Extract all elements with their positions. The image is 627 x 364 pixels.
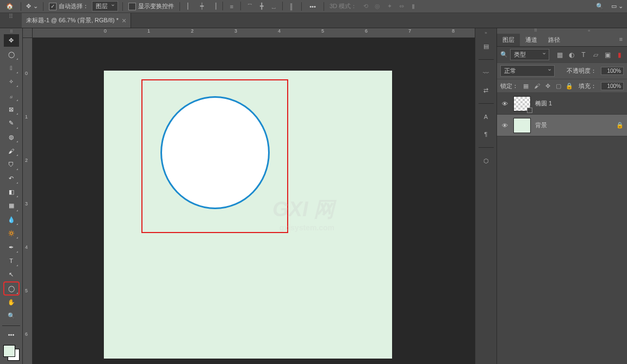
healing-brush-tool[interactable]: ◍ [4, 131, 19, 143]
layer-filter-dropdown[interactable]: 类型 [510, 49, 549, 60]
close-tab-icon[interactable]: × [122, 16, 126, 25]
tab-channels[interactable]: 通道 [520, 34, 543, 46]
tab-layers[interactable]: 图层 [497, 34, 520, 46]
layer-name[interactable]: 椭圆 1 [535, 99, 624, 108]
layer-row[interactable]: 👁 背景 🔒 [497, 115, 627, 136]
layers-panel: ⠿ « 图层 通道 路径 ≡ 🔍 类型 ▦ ◐ T ▱ ▣ ▮ [496, 28, 627, 364]
move-tool-icon[interactable]: ✥ ⌄ [26, 1, 39, 12]
zoom-tool[interactable]: 🔍 [4, 310, 19, 322]
search-icon[interactable]: 🔍 [593, 1, 606, 12]
lock-position-icon[interactable]: ✥ [543, 81, 552, 90]
3d-orbit-icon: ⟲ [360, 2, 371, 11]
visibility-icon[interactable]: 👁 [500, 121, 509, 130]
filter-adjustment-icon[interactable]: ◐ [567, 51, 576, 59]
filter-toggle-icon[interactable]: ▮ [615, 51, 624, 59]
options-bar: 🏠 ✥ ⌄ 自动选择： 图层 显示变换控件 ▏ ┿ ▕ ≡ ⎴ ╋ ⎵ ║ ••… [0, 0, 627, 13]
clone-stamp-tool[interactable]: ⛉ [4, 158, 19, 171]
edit-toolbar[interactable]: ••• [4, 329, 19, 341]
magic-wand-tool[interactable]: ✧ [4, 76, 19, 88]
blend-mode-dropdown[interactable]: 正常 [500, 65, 555, 77]
ruler-origin[interactable] [23, 28, 33, 38]
lock-pixels-icon[interactable]: 🖌 [532, 81, 541, 90]
tools-panel: ⠿ ✥ ◯ 𓂈 ✧ ⟓ ⊠ ✎ ◍ 🖌 ⛉ ↶ ◧ ▦ 💧 🔅 ✒ T ↖ ◯ … [0, 28, 23, 364]
tab-paths[interactable]: 路径 [543, 34, 566, 46]
filter-shape-icon[interactable]: ▱ [591, 51, 600, 59]
3d-slide-icon: ⇔ [396, 2, 407, 11]
eraser-tool[interactable]: ◧ [4, 186, 19, 198]
ellipse-shape[interactable] [160, 96, 270, 209]
panel-menu-icon[interactable]: ≡ [615, 34, 627, 46]
move-tool[interactable]: ✥ [4, 34, 19, 47]
marquee-tool[interactable]: ◯ [4, 48, 19, 60]
crop-tool[interactable]: ⟓ [4, 89, 19, 102]
filter-pixel-icon[interactable]: ▦ [555, 51, 564, 59]
auto-select-target-dropdown[interactable]: 图层 [92, 1, 118, 11]
blur-tool[interactable]: 💧 [4, 214, 19, 226]
history-panel-icon[interactable]: ▤ [480, 40, 493, 53]
auto-select-checkbox[interactable]: 自动选择： [49, 2, 89, 10]
auto-select-label: 自动选择： [59, 2, 89, 10]
lasso-tool[interactable]: 𓂈 [4, 62, 19, 74]
horizontal-ruler[interactable]: 0 1 2 3 4 5 6 7 8 [33, 28, 475, 38]
visibility-icon[interactable]: 👁 [500, 99, 509, 108]
watermark: GXI 网 gxisystem.com [272, 196, 334, 232]
opacity-input[interactable]: 100% [601, 67, 624, 75]
eyedropper-tool[interactable]: ✎ [4, 117, 19, 129]
align-right-icon[interactable]: ▕ [208, 2, 219, 11]
align-middle-icon[interactable]: ╋ [256, 2, 267, 11]
layer-name[interactable]: 背景 [535, 121, 612, 129]
adjustments-panel-icon[interactable]: ⇄ [480, 84, 493, 97]
lock-transparency-icon[interactable]: ▦ [522, 81, 530, 90]
3d-pan-icon: ✦ [384, 2, 395, 11]
align-left-icon[interactable]: ▏ [184, 2, 195, 11]
show-transform-label: 显示变换控件 [138, 2, 174, 10]
dodge-tool[interactable]: 🔅 [4, 227, 19, 240]
document-tab[interactable]: 未标题-1 @ 66.7% (背景, RGB/8) * × [22, 13, 131, 28]
3d-roll-icon: ◎ [372, 2, 383, 11]
layer-row[interactable]: 👁 椭圆 1 [497, 93, 627, 115]
layer-thumbnail[interactable] [513, 118, 531, 133]
layer-thumbnail[interactable] [513, 96, 531, 111]
frame-tool[interactable]: ⊠ [4, 103, 19, 116]
hand-tool[interactable]: ✋ [4, 296, 19, 309]
home-icon[interactable]: 🏠 [3, 1, 16, 12]
align-bottom-icon[interactable]: ⎵ [268, 2, 279, 11]
lock-label: 锁定： [500, 82, 518, 90]
opacity-label: 不透明度： [567, 67, 597, 75]
foreground-color-swatch[interactable] [3, 345, 15, 357]
workspace-icon[interactable]: ▭ ⌄ [611, 1, 624, 12]
mode-3d-label: 3D 模式： [330, 2, 357, 10]
gradient-tool[interactable]: ▦ [4, 199, 19, 212]
vertical-ruler[interactable]: 0 1 2 3 4 5 6 [23, 38, 33, 364]
3d-panel-icon[interactable]: ⬡ [480, 154, 493, 167]
brushes-panel-icon[interactable]: 〰 [480, 66, 493, 79]
lock-all-icon[interactable]: 🔒 [565, 81, 574, 90]
align-center-h-icon[interactable]: ┿ [196, 2, 207, 11]
align-top-icon[interactable]: ⎴ [244, 2, 255, 11]
filter-smart-icon[interactable]: ▣ [603, 51, 612, 59]
layers-list: 👁 椭圆 1 👁 背景 🔒 [497, 93, 627, 364]
canvas[interactable]: GXI 网 gxisystem.com [104, 71, 392, 359]
show-transform-checkbox[interactable]: 显示变换控件 [128, 2, 174, 10]
history-brush-tool[interactable]: ↶ [4, 172, 19, 185]
filter-type-icon[interactable]: T [579, 51, 588, 59]
lock-icon: 🔒 [616, 122, 624, 129]
collapsed-panels: » ▤ 〰 ⇄ A ¶ ⬡ [475, 28, 496, 364]
brush-tool[interactable]: 🖌 [4, 145, 19, 157]
fill-label: 填充： [579, 82, 597, 90]
distribute-icon[interactable]: ║ [286, 2, 297, 11]
type-tool[interactable]: T [4, 255, 19, 267]
path-selection-tool[interactable]: ↖ [4, 268, 19, 281]
3d-camera-icon: ▮ [408, 2, 419, 11]
align-justify-icon[interactable]: ≡ [226, 2, 237, 11]
pen-tool[interactable]: ✒ [4, 241, 19, 253]
document-tab-title: 未标题-1 @ 66.7% (背景, RGB/8) * [26, 16, 119, 24]
ellipse-tool[interactable]: ◯ [4, 282, 19, 294]
more-options-icon[interactable]: ••• [306, 1, 319, 12]
fill-input[interactable]: 100% [601, 82, 624, 90]
color-swatches[interactable] [3, 345, 20, 361]
canvas-area: 0 1 2 3 4 5 6 7 8 0 1 2 3 4 5 6 GXI 网 [23, 28, 475, 364]
paragraph-panel-icon[interactable]: ¶ [480, 128, 493, 141]
character-panel-icon[interactable]: A [480, 110, 493, 123]
lock-artboard-icon[interactable]: ▢ [554, 81, 563, 90]
